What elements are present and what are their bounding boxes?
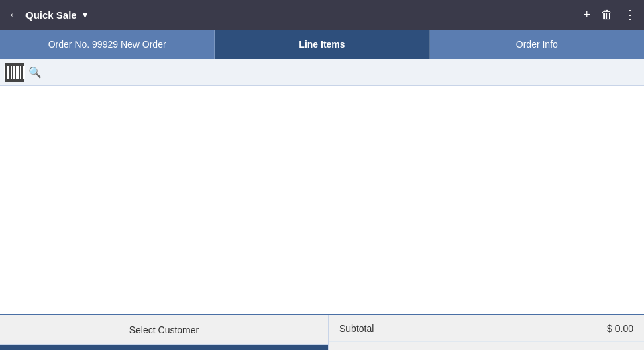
more-icon[interactable]: ⋮: [624, 7, 636, 22]
tab-lineitems-label: Line Items: [299, 39, 345, 50]
select-customer-label: Select Customer: [129, 324, 199, 335]
top-bar-right: + 🗑 ⋮: [583, 7, 636, 22]
tab-lineitems[interactable]: Line Items: [215, 30, 429, 59]
search-icon: 🔍: [28, 66, 42, 79]
dropdown-icon[interactable]: ▾: [83, 10, 87, 20]
app-title: Quick Sale: [25, 9, 77, 21]
summary-row-tax: Tax $ 0.00 ›: [329, 342, 644, 350]
subtotal-value: $ 0.00: [580, 323, 633, 334]
select-customer[interactable]: Select Customer: [0, 315, 328, 345]
back-icon[interactable]: ←: [8, 8, 20, 22]
subtotal-label: Subtotal: [339, 323, 580, 334]
items-area: [0, 86, 644, 315]
search-input[interactable]: [46, 67, 639, 78]
barcode-icon: [5, 63, 24, 82]
main-area: 🔍: [0, 59, 644, 315]
top-bar: ← Quick Sale ▾ + 🗑 ⋮: [0, 0, 644, 30]
tab-orderinfo-label: Order Info: [516, 39, 558, 50]
bottom-section: Select Customer Order Notes Enter the or…: [0, 315, 644, 350]
tab-order-label: Order No. 99929 New Order: [48, 39, 166, 50]
tab-orderinfo[interactable]: Order Info: [430, 30, 644, 59]
tab-order[interactable]: Order No. 99929 New Order: [0, 30, 215, 59]
search-bar: 🔍: [0, 59, 644, 86]
summary-row-subtotal: Subtotal $ 0.00: [329, 315, 644, 342]
add-icon[interactable]: +: [583, 8, 590, 22]
order-notes-header: Order Notes: [0, 345, 328, 350]
right-panel: Subtotal $ 0.00 Tax $ 0.00 › Total $ 0.0…: [329, 315, 644, 350]
top-bar-left: ← Quick Sale ▾: [8, 8, 87, 22]
left-panel: Select Customer Order Notes Enter the or…: [0, 315, 329, 350]
tab-bar: Order No. 99929 New Order Line Items Ord…: [0, 30, 644, 59]
delete-icon[interactable]: 🗑: [601, 8, 613, 22]
